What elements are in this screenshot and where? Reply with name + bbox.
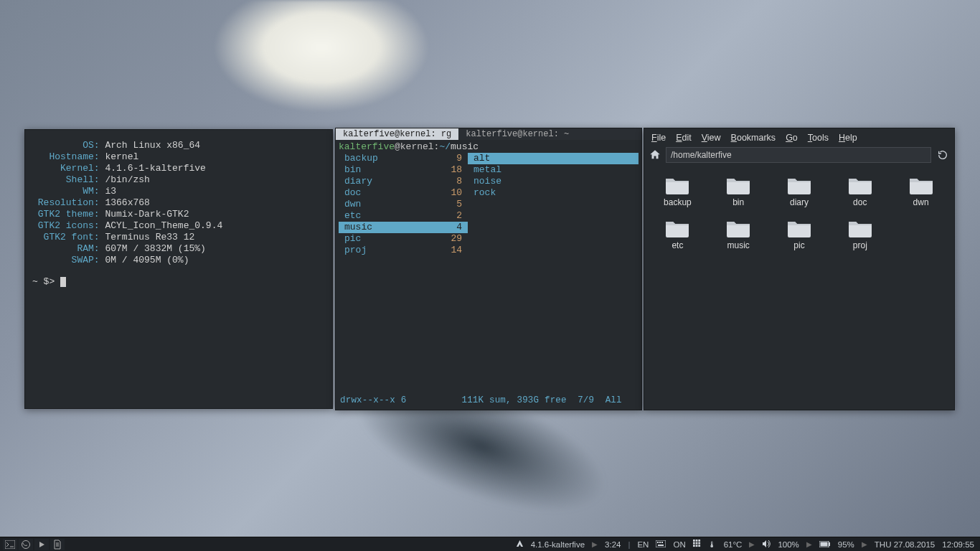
ranger-preview-item[interactable]: alt	[468, 153, 639, 164]
bar-kernel: 4.1.6-kalterfive	[531, 540, 585, 549]
svg-rect-4	[659, 542, 661, 543]
folder-item[interactable]: proj	[829, 215, 890, 253]
tray-play-icon[interactable]	[34, 539, 49, 550]
reload-icon[interactable]	[936, 148, 950, 162]
sysinfo-row: SWAP: 0M / 4095M (0%)	[32, 255, 325, 266]
battery-icon	[819, 540, 831, 549]
ranger-dir-item[interactable]: music4	[339, 222, 468, 233]
arch-icon	[516, 540, 524, 549]
folder-item[interactable]: etc	[647, 215, 708, 253]
tray-terminal-icon[interactable]	[3, 539, 17, 550]
sysinfo-row: GTK2 theme: Numix-Dark-GTK2	[32, 209, 325, 220]
folder-item[interactable]: bin	[708, 171, 769, 210]
svg-rect-6	[658, 545, 664, 546]
svg-rect-0	[5, 540, 15, 549]
terminal-tab[interactable]: kalterfive@kernel: ~	[458, 128, 576, 140]
folder-item[interactable]: backup	[647, 171, 708, 210]
bar-battery: 95%	[838, 540, 854, 549]
sysinfo-row: Shell: /bin/zsh	[32, 174, 325, 186]
sysinfo-row: RAM: 607M / 3832M (15%)	[32, 243, 325, 255]
shell-prompt[interactable]: ~ $>	[32, 276, 325, 287]
svg-rect-3	[657, 542, 659, 543]
tray-firefox-icon[interactable]	[19, 539, 33, 550]
ranger-preview-item[interactable]: noise	[468, 176, 639, 187]
tray-document-icon[interactable]	[50, 539, 65, 550]
menubar[interactable]: FileEditViewBookmarksGoToolsHelp	[644, 128, 954, 147]
menu-edit[interactable]: Edit	[676, 133, 692, 143]
terminal-tab[interactable]: kalterfive@kernel: rg	[336, 128, 458, 140]
ranger-preview-list[interactable]: altmetalnoiserock	[468, 153, 639, 256]
ranger-preview-item[interactable]: metal	[468, 164, 639, 176]
menu-file[interactable]: File	[651, 133, 666, 143]
location-input[interactable]: /home/kalterfive	[666, 147, 931, 163]
sysinfo-row: OS: Arch Linux x86_64	[32, 140, 325, 151]
status-bar: 4.1.6-kalterfive ▶ 3:24 | EN ON 🌡 61°C ▶…	[0, 537, 980, 551]
svg-rect-9	[698, 540, 700, 542]
temp-icon: 🌡	[708, 540, 717, 549]
ranger-dir-item[interactable]: etc2	[339, 210, 468, 222]
grid-icon[interactable]	[693, 540, 701, 549]
svg-rect-17	[820, 542, 827, 546]
ranger-dir-item[interactable]: backup9	[339, 153, 468, 164]
menu-view[interactable]: View	[702, 133, 721, 143]
ranger-dir-list[interactable]: backup9bin18diary8doc10dwn5etc2music4pic…	[339, 153, 468, 256]
sysinfo-row: GTK2 font: Terminus Re33 12	[32, 232, 325, 243]
folder-item[interactable]: doc	[829, 171, 890, 210]
svg-rect-5	[661, 542, 663, 543]
folder-item[interactable]: dwn	[890, 171, 951, 210]
svg-rect-15	[698, 545, 700, 547]
bar-date: THU 27.08.2015	[875, 540, 935, 549]
sysinfo-row: WM: i3	[32, 186, 325, 197]
menu-help[interactable]: Help	[839, 133, 857, 143]
ranger-path: kalterfive@kernel:~/music	[339, 141, 639, 153]
svg-rect-18	[829, 542, 830, 546]
sysinfo-row: Resolution: 980x551	[32, 197, 325, 209]
bar-volume: 100%	[778, 540, 798, 549]
menu-go[interactable]: Go	[786, 133, 798, 143]
svg-point-1	[22, 540, 30, 548]
svg-rect-13	[693, 545, 695, 547]
home-icon[interactable]	[649, 149, 661, 161]
bar-time: 12:09:55	[942, 540, 974, 549]
svg-rect-11	[695, 542, 697, 545]
file-manager-window[interactable]: FileEditViewBookmarksGoToolsHelp /home/k…	[644, 128, 955, 410]
terminal-ranger[interactable]: kalterfive@kernel: rgkalterfive@kernel: …	[335, 128, 642, 410]
ranger-dir-item[interactable]: pic29	[339, 233, 468, 245]
bar-uptime: 3:24	[605, 540, 621, 549]
bar-keyboard: ON	[673, 540, 685, 549]
sysinfo-row: Hostname: kernel	[32, 151, 325, 163]
folder-item[interactable]: pic	[769, 215, 830, 253]
ranger-statusline: drwx--x--x 6 111K sum, 393G free 7/9 All	[340, 395, 634, 405]
ranger-dir-item[interactable]: diary8	[339, 176, 468, 187]
svg-rect-10	[693, 542, 695, 545]
folder-item[interactable]: diary	[769, 171, 830, 210]
svg-rect-2	[656, 540, 666, 547]
terminal-sysinfo[interactable]: OS: Arch Linux x86_64 Hostname: kernel K…	[24, 129, 333, 409]
menu-bookmarks[interactable]: Bookmarks	[731, 133, 776, 143]
svg-rect-14	[695, 545, 697, 547]
volume-icon[interactable]	[762, 540, 771, 549]
terminal-tabbar: kalterfive@kernel: rgkalterfive@kernel: …	[336, 128, 641, 140]
svg-rect-12	[698, 542, 700, 545]
ranger-preview-item[interactable]: rock	[468, 187, 639, 199]
keyboard-icon	[656, 540, 666, 549]
ranger-dir-item[interactable]: doc10	[339, 187, 468, 199]
menu-tools[interactable]: Tools	[808, 133, 829, 143]
folder-grid[interactable]: backupbindiarydocdwnetcmusicpicproj	[644, 167, 954, 258]
bar-temp: 61°C	[724, 540, 743, 549]
svg-rect-7	[693, 540, 695, 542]
ranger-dir-item[interactable]: proj14	[339, 245, 468, 256]
bar-lang[interactable]: EN	[637, 540, 649, 549]
sysinfo-row: GTK2 icons: ACYL_Icon_Theme_0.9.4	[32, 220, 325, 232]
folder-item[interactable]: music	[708, 215, 769, 253]
ranger-dir-item[interactable]: dwn5	[339, 199, 468, 210]
svg-rect-8	[695, 540, 697, 542]
sysinfo-row: Kernel: 4.1.6-1-kalterfive	[32, 163, 325, 174]
ranger-dir-item[interactable]: bin18	[339, 164, 468, 176]
